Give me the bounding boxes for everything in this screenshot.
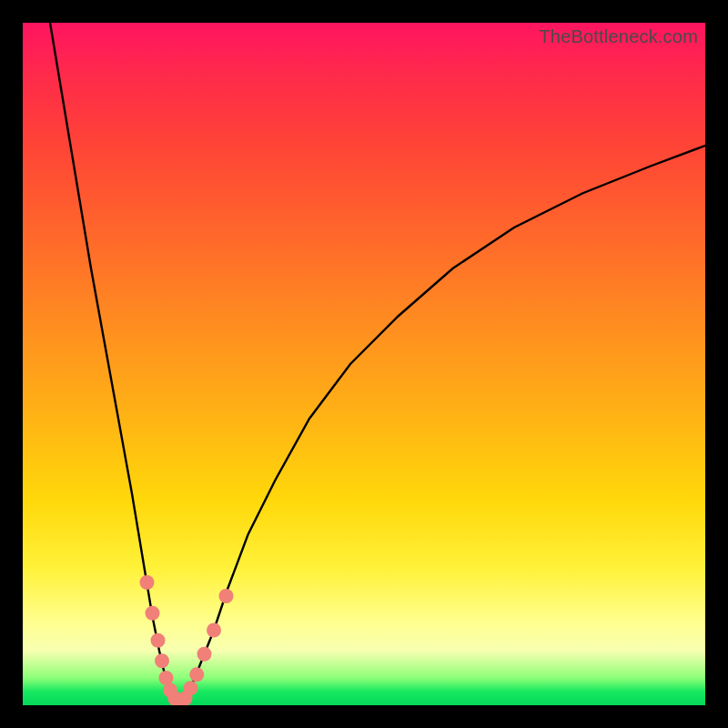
marker-point — [146, 606, 160, 621]
chart-frame: TheBottleneck.com — [0, 0, 728, 728]
curve-layer — [50, 23, 705, 705]
chart-svg — [23, 23, 705, 705]
marker-point — [207, 623, 221, 638]
plot-area: TheBottleneck.com — [23, 23, 705, 705]
marker-point — [219, 589, 234, 603]
marker-point — [184, 681, 198, 695]
marker-point — [189, 667, 204, 682]
marker-layer — [140, 575, 234, 705]
right-branch-curve — [180, 146, 706, 705]
left-branch-curve — [50, 23, 180, 705]
marker-point — [197, 647, 212, 662]
marker-point — [151, 633, 166, 648]
marker-point — [140, 575, 155, 590]
marker-point — [155, 653, 169, 668]
